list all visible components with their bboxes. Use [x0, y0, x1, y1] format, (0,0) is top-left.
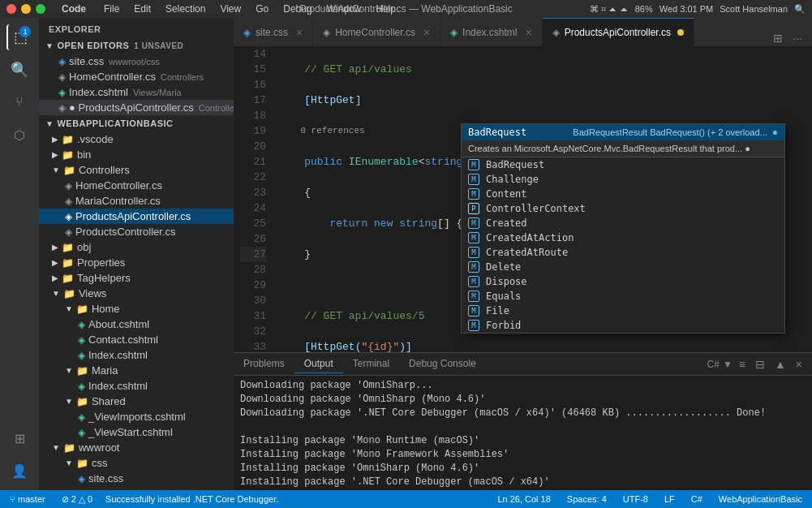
ac-item-delete[interactable]: M Delete: [462, 260, 784, 274]
traffic-lights: [6, 4, 45, 14]
tree-about[interactable]: ◈ About.cshtml: [39, 316, 234, 332]
close-panel-button[interactable]: ×: [793, 356, 806, 372]
open-file-homecontroller[interactable]: ◈ HomeController.cs Controllers: [39, 69, 234, 84]
close-button[interactable]: [6, 4, 16, 14]
tab-terminal[interactable]: Terminal: [343, 355, 399, 373]
menu-edit[interactable]: Edit: [127, 2, 157, 16]
ac-item-content[interactable]: M Content: [462, 187, 784, 201]
activity-explorer[interactable]: ⬚ 1: [6, 24, 32, 50]
tabs-bar: ◈ site.css × ◈ HomeController.cs × ◈ Ind…: [234, 18, 812, 46]
open-file-products-api[interactable]: ◈ ● ProductsApiController.cs Controllers: [39, 100, 234, 115]
battery-status: 86%: [635, 4, 653, 14]
tree-index-maria[interactable]: ◈ Index.cshtml: [39, 378, 234, 394]
tree-viewstart[interactable]: ◈ _ViewStart.cshtml: [39, 424, 234, 440]
git-branch-status[interactable]: ⑂ master: [6, 494, 49, 504]
encoding[interactable]: UTF-8: [620, 494, 651, 504]
lang-selector[interactable]: C# ▼: [707, 359, 733, 370]
output-line: Downloading package 'OmniSharp...: [240, 379, 806, 393]
activity-git[interactable]: ⑂: [6, 89, 32, 115]
tree-taghelpers[interactable]: ▶ 📁 TagHelpers: [39, 270, 234, 286]
ac-item-badrequest[interactable]: M BadRequest: [462, 157, 784, 172]
menu-selection[interactable]: Selection: [159, 2, 212, 16]
tab-index-cshtml[interactable]: ◈ Index.cshtml ×: [440, 18, 543, 46]
tree-homecontroller[interactable]: ◈ HomeController.cs: [39, 178, 234, 193]
tree-maria-folder[interactable]: ▼ 📁 Maria: [39, 363, 234, 378]
menu-view[interactable]: View: [213, 2, 247, 16]
menu-code[interactable]: Code: [55, 2, 92, 16]
user-name: Scott Hanselman: [720, 4, 788, 14]
ac-item-forbid[interactable]: M Forbid: [462, 318, 784, 333]
tab-homecontroller[interactable]: ◈ HomeController.cs ×: [313, 18, 440, 46]
tab-problems[interactable]: Problems: [234, 355, 294, 373]
activity-extensions[interactable]: ⊞: [6, 425, 32, 451]
activity-avatar[interactable]: 👤: [6, 458, 32, 484]
tree-css-folder[interactable]: ▼ 📁 css: [39, 455, 234, 471]
tree-mariacontroller[interactable]: ◈ MariaController.cs: [39, 193, 234, 209]
tree-productsapicontroller[interactable]: ◈ ProductsApiController.cs: [39, 209, 234, 224]
menu-go[interactable]: Go: [249, 2, 275, 16]
tree-contact[interactable]: ◈ Contact.cshtml: [39, 332, 234, 347]
language-mode[interactable]: C#: [688, 494, 706, 504]
open-editors-section[interactable]: ▼ Open Editors 1 Unsaved: [39, 37, 234, 54]
cshtml-icon: ◈: [450, 27, 458, 38]
terminal-output[interactable]: Downloading package 'OmniSharp... Downlo…: [234, 376, 812, 490]
menu-file[interactable]: File: [97, 2, 126, 16]
indentation[interactable]: Spaces: 4: [564, 494, 610, 504]
list-view-button[interactable]: ≡: [736, 356, 749, 372]
close-icon[interactable]: ×: [525, 26, 531, 39]
tree-wwwroot[interactable]: ▼ 📁 wwwroot: [39, 440, 234, 455]
output-line: Downloading package 'OmniSharp (Mono 4.6…: [240, 393, 806, 407]
ac-method-icon: M: [468, 217, 479, 229]
ac-item-createdataction[interactable]: M CreatedAtAction: [462, 230, 784, 245]
ac-item-createdatroute[interactable]: M CreatedAtRoute: [462, 245, 784, 260]
tree-site-css[interactable]: ◈ site.css: [39, 471, 234, 486]
tab-products-api[interactable]: ◈ ProductsApiController.cs: [543, 18, 694, 46]
ac-item-controllercontext[interactable]: P ControllerContext: [462, 201, 784, 216]
open-file-index[interactable]: ◈ Index.cshtml Views/Maria: [39, 84, 234, 100]
window-title: ProductsApiController.cs — WebApplicatio…: [299, 3, 513, 15]
project-label: WebApplicationBasic: [57, 118, 173, 128]
tree-bin[interactable]: ▶ 📁 bin: [39, 147, 234, 162]
tree-obj[interactable]: ▶ 📁 obj: [39, 239, 234, 255]
maximize-panel-button[interactable]: ▲: [771, 356, 789, 372]
split-editor-button[interactable]: ⊞: [770, 30, 786, 46]
more-actions-button[interactable]: ···: [789, 30, 806, 46]
ac-item-file[interactable]: M File: [462, 304, 784, 318]
minimize-button[interactable]: [21, 4, 31, 14]
tab-debug-console[interactable]: Debug Console: [399, 355, 486, 373]
ac-item-equals[interactable]: M Equals: [462, 289, 784, 304]
activity-debug[interactable]: ⬡: [6, 122, 32, 148]
ac-item-dispose[interactable]: M Dispose: [462, 274, 784, 289]
tree-productscontroller[interactable]: ◈ ProductsController.cs: [39, 224, 234, 239]
tree-home-folder[interactable]: ▼ 📁 Home: [39, 301, 234, 316]
close-icon[interactable]: ×: [423, 26, 430, 39]
ac-item-created[interactable]: M Created: [462, 216, 784, 230]
editor-content[interactable]: 1415161718 1920212223 24252627 282930313…: [234, 46, 812, 352]
project-section[interactable]: ▼ WebApplicationBasic: [39, 115, 234, 131]
fullscreen-button[interactable]: [36, 4, 45, 14]
cshtml-file-icon: ◈: [58, 87, 66, 98]
project-chevron: ▼: [45, 119, 54, 128]
line-ending[interactable]: LF: [661, 494, 678, 504]
tree-controllers[interactable]: ▼ 📁 Controllers: [39, 162, 234, 178]
tree-views[interactable]: ▼ 📁 Views: [39, 286, 234, 301]
activity-search[interactable]: 🔍: [6, 57, 32, 83]
close-icon[interactable]: ×: [296, 26, 303, 39]
tree-vscode[interactable]: ▶ 📁 .vscode: [39, 131, 234, 147]
tab-output[interactable]: Output: [294, 355, 343, 373]
project-name[interactable]: WebApplicationBasic: [715, 494, 806, 504]
tree-viewimports[interactable]: ◈ _ViewImports.cshtml: [39, 409, 234, 424]
tab-site-css[interactable]: ◈ site.css ×: [234, 18, 313, 46]
open-file-site-css[interactable]: ◈ site.css wwwroot/css: [39, 54, 234, 69]
ac-item-challenge[interactable]: M Challenge: [462, 172, 784, 187]
tree-properties[interactable]: ▶ 📁 Properties: [39, 255, 234, 270]
sidebar-header: Explorer: [39, 18, 234, 37]
search-icon[interactable]: 🔍: [794, 4, 806, 15]
split-panel-button[interactable]: ⊟: [752, 356, 768, 372]
error-count[interactable]: ⊘ 2 △ 0: [58, 494, 96, 505]
cursor-position[interactable]: Ln 26, Col 18: [494, 494, 553, 504]
tree-shared-folder[interactable]: ▼ 📁 Shared: [39, 394, 234, 409]
tree-index-home[interactable]: ◈ Index.cshtml: [39, 347, 234, 363]
chevron-icon: ▼: [45, 41, 54, 50]
autocomplete-dropdown[interactable]: BadRequest BadRequestResult BadRequest()…: [461, 123, 785, 334]
